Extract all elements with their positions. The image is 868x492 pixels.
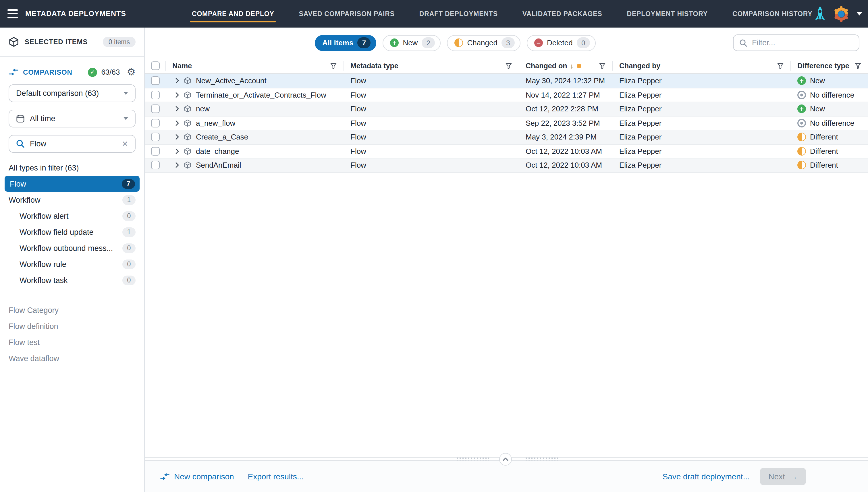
- changed-by-cell: Eliza Pepper: [612, 158, 791, 172]
- menu-icon[interactable]: [7, 9, 18, 18]
- sidebar-type-wave-dataflow[interactable]: Wave dataflow: [0, 350, 144, 366]
- sidebar-type-flow-category[interactable]: Flow Category: [0, 302, 144, 318]
- row-checkbox[interactable]: [151, 147, 159, 155]
- sidebar-type-workflow[interactable]: Workflow1: [0, 192, 144, 208]
- sidebar-search-input[interactable]: [30, 140, 117, 148]
- expand-panel-button[interactable]: [499, 453, 512, 466]
- export-results-button[interactable]: Export results...: [248, 472, 304, 481]
- column-header-changed-on[interactable]: Changed on ↓: [519, 58, 612, 73]
- column-header-metadata-type[interactable]: Metadata type: [344, 58, 519, 73]
- column-header-difference-type[interactable]: Difference type: [791, 58, 868, 73]
- gear-icon[interactable]: ⚙: [127, 67, 136, 77]
- table-row-create-a-case[interactable]: Create_a_CaseFlowMay 3, 2024 2:39 PMEliz…: [145, 130, 868, 144]
- column-header-changed-by[interactable]: Changed by: [612, 58, 791, 73]
- expand-chevron-icon[interactable]: [175, 78, 179, 84]
- splitter-drag-handle[interactable]: [457, 458, 489, 461]
- row-checkbox-cell: [145, 144, 165, 158]
- table-row-date-change[interactable]: date_changeFlowOct 12, 2022 10:03 AMEliz…: [145, 144, 868, 158]
- metadata-cube-icon: [184, 77, 191, 85]
- nav-tab-draft-deployments[interactable]: DRAFT DEPLOYMENTS: [419, 10, 498, 17]
- sidebar-type-workflow-outbound-mess[interactable]: Workflow outbound mess...0: [0, 240, 144, 256]
- changed-on-cell: Oct 12, 2022 2:28 PM: [519, 102, 612, 116]
- changed-on-cell: Oct 12, 2022 10:03 AM: [519, 158, 612, 172]
- sidebar-type-flow-test[interactable]: Flow test: [0, 334, 144, 350]
- row-checkbox[interactable]: [151, 91, 159, 99]
- row-checkbox[interactable]: [151, 119, 159, 127]
- filter-funnel-icon[interactable]: [599, 62, 606, 69]
- row-checkbox[interactable]: [151, 77, 159, 85]
- row-checkbox-cell: [145, 102, 165, 116]
- panel-splitter[interactable]: [145, 457, 868, 461]
- table-row-sendanemail[interactable]: SendAnEmailFlowOct 12, 2022 10:03 AMEliz…: [145, 158, 868, 173]
- filter-funnel-icon[interactable]: [777, 62, 783, 69]
- save-draft-deployment-button[interactable]: Save draft deployment...: [662, 472, 750, 481]
- selected-items-header[interactable]: SELECTED ITEMS 0 items: [0, 28, 144, 57]
- sidebar-type-workflow-field-update[interactable]: Workflow field update1: [0, 224, 144, 240]
- changed-on-cell: Oct 12, 2022 10:03 AM: [519, 144, 612, 158]
- item-name: New_Active_Account: [196, 77, 266, 85]
- nav-tab-saved-comparison-pairs[interactable]: SAVED COMPARISON PAIRS: [299, 10, 395, 17]
- row-checkbox-cell: [145, 116, 165, 130]
- pill-count-badge: 7: [357, 37, 371, 48]
- expand-chevron-icon[interactable]: [175, 106, 179, 112]
- results-filter-input[interactable]: [752, 39, 853, 47]
- nav-tab-deployment-history[interactable]: DEPLOYMENT HISTORY: [627, 10, 708, 17]
- clear-search-icon[interactable]: ✕: [122, 140, 128, 148]
- caret-down-icon[interactable]: [857, 12, 862, 16]
- metadata-type-cell: Flow: [344, 158, 519, 172]
- sidebar-search[interactable]: ✕: [8, 135, 136, 153]
- row-checkbox[interactable]: [151, 105, 159, 114]
- changed-icon: [454, 39, 463, 47]
- other-type-list: Flow CategoryFlow definitionFlow testWav…: [0, 302, 144, 366]
- top-navbar: METADATA DEPLOYMENTS COMPARE AND DEPLOYS…: [0, 0, 868, 28]
- nav-tab-validated-packages[interactable]: VALIDATED PACKAGES: [522, 10, 602, 17]
- row-checkbox[interactable]: [151, 133, 159, 142]
- filter-funnel-icon[interactable]: [855, 62, 861, 69]
- sidebar-item-all-types[interactable]: All types in filter (63): [0, 159, 144, 176]
- table-row-terminate-or-activate-contracts-flow[interactable]: Terminate_or_Activate_Contracts_FlowFlow…: [145, 88, 868, 102]
- comparison-dropdown[interactable]: Default comparison (63): [8, 84, 136, 102]
- expand-chevron-icon[interactable]: [175, 148, 179, 154]
- row-checkbox[interactable]: [151, 161, 159, 170]
- filter-pill-deleted[interactable]: −Deleted0: [527, 35, 596, 51]
- sidebar-type-workflow-alert[interactable]: Workflow alert0: [0, 208, 144, 224]
- name-cell: New_Active_Account: [165, 74, 344, 88]
- sidebar-type-flow-definition[interactable]: Flow definition: [0, 318, 144, 334]
- filter-pill-changed[interactable]: Changed3: [447, 35, 520, 51]
- expand-chevron-icon[interactable]: [175, 162, 179, 169]
- splitter-drag-handle[interactable]: [525, 458, 558, 461]
- table-row-a-new-flow[interactable]: a_new_flowFlowSep 22, 2023 3:52 PMEliza …: [145, 116, 868, 130]
- sidebar-type-flow[interactable]: Flow7: [5, 176, 140, 192]
- gearset-gear-logo[interactable]: [834, 6, 849, 22]
- search-icon: [16, 140, 25, 148]
- item-name: a_new_flow: [196, 119, 235, 127]
- filter-pill-new[interactable]: +New2: [382, 35, 441, 51]
- nav-tab-comparison-history[interactable]: COMPARISON HISTORY: [732, 10, 813, 17]
- filter-funnel-icon[interactable]: [506, 62, 512, 69]
- difference-different-icon: [797, 147, 806, 155]
- select-all-cell: [145, 58, 165, 73]
- expand-chevron-icon[interactable]: [175, 120, 179, 126]
- results-filter[interactable]: [733, 34, 860, 51]
- selected-items-label: SELECTED ITEMS: [25, 38, 88, 46]
- check-circle-icon: ✓: [88, 68, 97, 77]
- table-row-new[interactable]: newFlowOct 12, 2022 2:28 PMEliza Pepper+…: [145, 102, 868, 116]
- table-row-new-active-account[interactable]: New_Active_AccountFlowMay 30, 2024 12:32…: [145, 74, 868, 88]
- next-button[interactable]: Next →: [760, 468, 806, 485]
- type-count-badge: 7: [122, 179, 135, 189]
- nav-tab-compare-and-deploy[interactable]: COMPARE AND DEPLOY: [192, 10, 274, 17]
- results-toolbar: All items7+New2Changed3−Deleted0: [145, 28, 868, 58]
- modified-indicator-dot: [577, 64, 581, 68]
- filter-funnel-icon[interactable]: [330, 62, 337, 69]
- rocket-icon[interactable]: [814, 6, 826, 22]
- expand-chevron-icon[interactable]: [175, 134, 179, 140]
- sidebar-type-workflow-task[interactable]: Workflow task0: [0, 272, 144, 288]
- sidebar-type-workflow-rule[interactable]: Workflow rule0: [0, 256, 144, 272]
- select-all-checkbox[interactable]: [151, 62, 159, 70]
- expand-chevron-icon[interactable]: [175, 92, 179, 98]
- time-range-dropdown[interactable]: All time: [8, 109, 136, 127]
- new-comparison-button[interactable]: New comparison: [160, 472, 234, 481]
- difference-none-icon: [797, 91, 806, 99]
- column-header-name[interactable]: Name: [165, 58, 344, 73]
- filter-pill-all-items[interactable]: All items7: [315, 35, 376, 51]
